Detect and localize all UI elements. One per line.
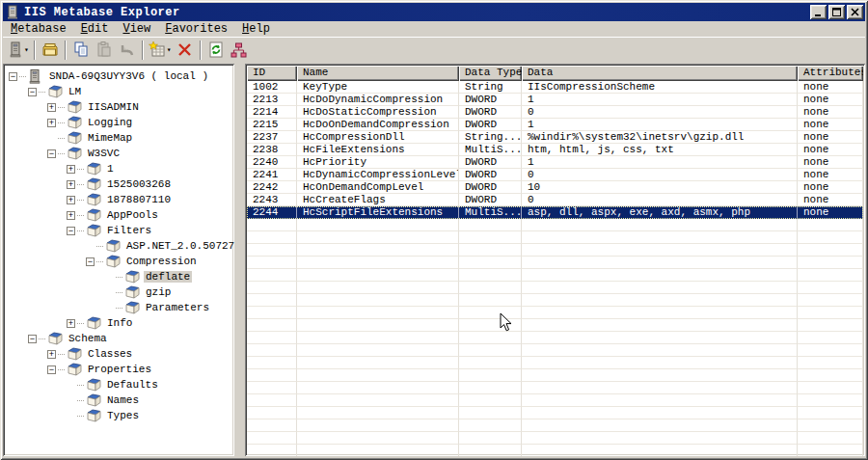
collapse-icon[interactable]: − [28,335,37,343]
refresh-button[interactable] [204,40,228,61]
undo-button[interactable] [116,40,139,61]
cell [297,344,459,357]
tree-item-1[interactable]: +1 [7,161,232,176]
paste-button[interactable] [93,40,116,61]
menu-help[interactable]: Help [235,21,278,37]
list-body: 1002KeyTypeStringIIsCompressionSchemenon… [247,81,863,456]
expand-icon[interactable]: + [67,165,75,174]
tree-item-filters[interactable]: −Filters [7,223,232,238]
cell [798,282,863,294]
column-header-name[interactable]: Name [297,66,459,81]
tree-item-apppools[interactable]: +AppPools [7,207,232,223]
metabase-key-icon [123,301,141,314]
expand-icon[interactable]: + [67,196,75,204]
tree-item-deflate[interactable]: deflate [7,269,232,284]
cell [459,282,522,294]
tree-item-snda-69q3uyy3v6-local-[interactable]: −SNDA-69Q3UYY3V6 ( local ) [7,68,232,84]
collapse-icon[interactable]: − [86,257,95,266]
expand-icon[interactable]: + [47,119,56,127]
list-row-empty [247,419,863,432]
cell: 2242 [247,181,297,194]
cell [522,307,798,319]
tree-connector [58,122,65,123]
list-row-2213[interactable]: 2213HcDoDynamicCompressionDWORD1none [247,94,863,106]
list-row-2215[interactable]: 2215HcDoOnDemandCompressionDWORD1none [247,119,863,131]
tree-item-types[interactable]: Types [7,408,232,423]
expand-icon[interactable]: + [47,350,56,359]
tree-item-1525003268[interactable]: +1525003268 [7,176,232,192]
tree-item-gzip[interactable]: gzip [7,284,232,300]
list-row-1002[interactable]: 1002KeyTypeStringIIsCompressionSchemenon… [247,81,863,94]
tree-item-names[interactable]: Names [7,392,232,408]
tree-item-logging[interactable]: +Logging [7,115,232,130]
tree-item-schema[interactable]: −Schema [7,331,232,346]
menu-metabase[interactable]: Metabase [4,21,74,37]
cell [297,382,459,394]
delete-button[interactable] [174,40,197,61]
maximize-button[interactable] [828,5,845,19]
menu-edit[interactable]: Edit [74,21,117,37]
column-header-id[interactable]: ID [247,66,297,81]
tree-item-properties[interactable]: −Properties [7,362,232,377]
menu-favorites[interactable]: Favorites [158,21,235,37]
connect-button[interactable]: ▾ [6,40,31,61]
tree-item-info[interactable]: +Info [7,315,232,331]
list-row-empty [247,357,863,369]
tree-item-iisadmin[interactable]: +IISADMIN [7,99,232,115]
cell [459,394,522,407]
collapse-icon[interactable]: − [28,88,37,96]
tree-item-parameters[interactable]: Parameters [7,300,232,315]
copy-button[interactable] [69,40,93,61]
column-header-data[interactable]: Data [522,66,798,81]
list-row-2238[interactable]: 2238HcFileExtensionsMultiS...htm, html, … [247,144,863,156]
expand-icon[interactable]: + [67,211,75,220]
tree-item-asp-net-2-0-50727-0[interactable]: ASP.NET_2.0.50727.0 [7,238,232,254]
expand-icon[interactable]: + [67,319,75,328]
minimize-button[interactable] [810,5,827,19]
view-hierarchy-button[interactable] [228,40,251,61]
cell: DWORD [459,181,522,194]
close-button[interactable] [847,5,863,19]
tree-item-compression[interactable]: −Compression [7,254,232,269]
column-header-data-type[interactable]: Data Type [459,66,522,81]
list-row-2244[interactable]: 2244HcScriptFileExtensionsMultiS...asp, … [247,206,863,219]
list-row-2237[interactable]: 2237HcCompressionDllString...%windir%\sy… [247,131,863,144]
list-row-2242[interactable]: 2242HcOnDemandCompLevelDWORD10none [247,181,863,194]
list-row-2243[interactable]: 2243HcCreateFlagsDWORD0none [247,194,863,206]
dropdown-arrow-icon[interactable]: ▾ [24,45,29,54]
tree-item-label: deflate [144,271,192,283]
collapse-icon[interactable]: − [47,365,56,374]
cell [297,319,459,332]
cell [247,231,297,244]
expand-icon[interactable]: + [47,103,56,112]
tree-item-classes[interactable]: +Classes [7,346,232,362]
app-icon [6,5,20,19]
tree-connector [116,277,122,278]
tree-connector [77,169,84,170]
dropdown-arrow-icon[interactable]: ▾ [167,45,172,54]
collapse-icon[interactable]: − [47,149,56,158]
cell [798,445,863,456]
expand-icon[interactable]: + [67,180,75,189]
list-row-2240[interactable]: 2240HcPriorityDWORD1none [247,156,863,169]
cell [297,219,459,231]
list-row-2241[interactable]: 2241HcDynamicCompressionLevelDWORD0none [247,169,863,181]
cell [798,257,863,269]
tree-item-lm[interactable]: −LM [7,84,232,99]
list-row-2214[interactable]: 2214HcDoStaticCompressionDWORD0none [247,106,863,119]
tree-item-1878807110[interactable]: +1878807110 [7,192,232,207]
cell [247,307,297,319]
tree-connector [77,323,84,324]
new-key-button[interactable]: ▾ [147,40,174,61]
menu-view[interactable]: View [116,21,158,37]
tree-item-defaults[interactable]: Defaults [7,377,232,392]
tree-item-w3svc[interactable]: −W3SVC [7,146,232,161]
column-header-attributes[interactable]: Attributes [798,66,863,81]
metabase-key-icon [66,147,83,160]
collapse-icon[interactable]: − [67,227,75,235]
tree-item-mimemap[interactable]: MimeMap [7,130,232,146]
folder-icon [41,42,59,58]
collapse-icon[interactable]: − [9,72,17,81]
open-key-button[interactable] [39,40,62,61]
cell [522,231,798,244]
